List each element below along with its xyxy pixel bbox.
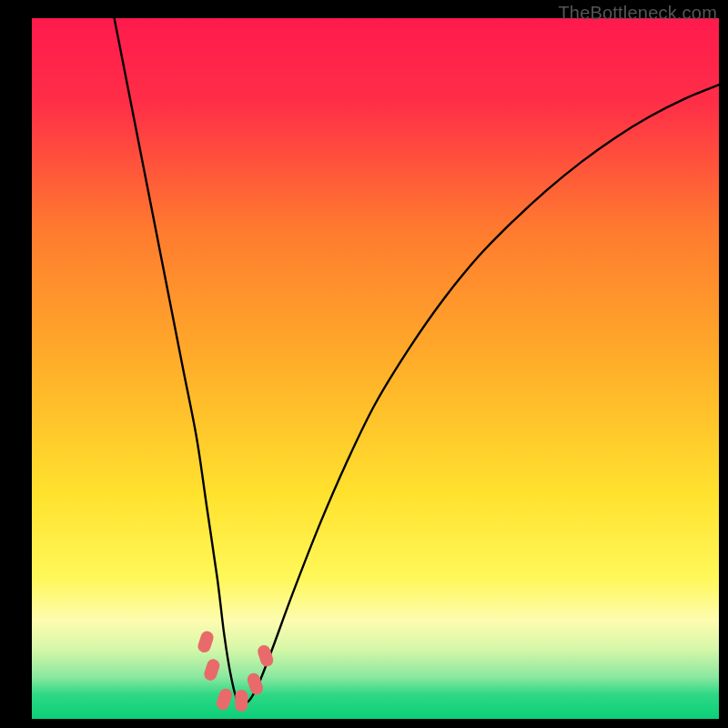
- curve-layer: [32, 18, 719, 719]
- marker: [215, 687, 234, 712]
- bottleneck-curve: [115, 18, 719, 704]
- watermark-text: TheBottleneck.com: [558, 3, 717, 24]
- plot-area: [32, 18, 719, 719]
- marker: [197, 630, 216, 654]
- marker: [202, 658, 221, 682]
- marker: [235, 690, 248, 712]
- chart-frame: TheBottleneck.com: [0, 0, 728, 728]
